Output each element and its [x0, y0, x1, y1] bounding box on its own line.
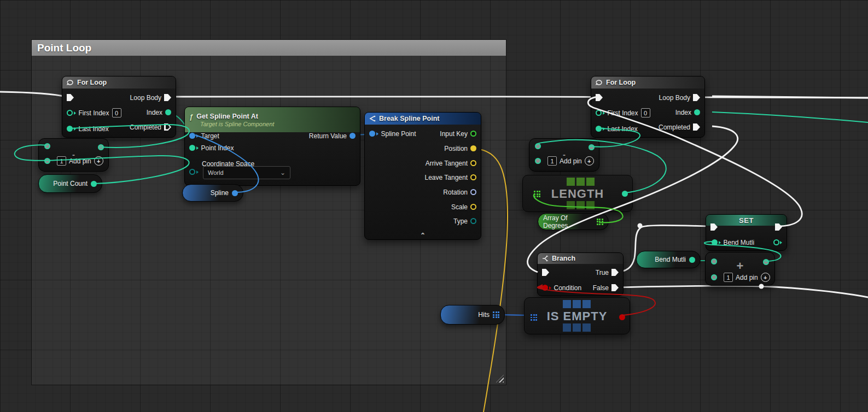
array-stripe: [586, 178, 595, 186]
length-output-pin[interactable]: [622, 191, 628, 197]
array-input-pin[interactable]: [534, 191, 540, 197]
node-break-spline-point[interactable]: Break Spline Point Spline Point Input Ke…: [364, 112, 481, 240]
collapse-chevron-icon[interactable]: ⌃: [365, 233, 481, 238]
coordinate-space-dropdown[interactable]: World ⌄: [203, 166, 290, 179]
bend-mutli-label: Bend Mutli: [655, 256, 686, 263]
completed-pin[interactable]: [164, 123, 171, 131]
add-input-b-pin[interactable]: [711, 274, 717, 280]
first-index-pin[interactable]: [67, 110, 76, 116]
position-pin[interactable]: [470, 145, 476, 151]
node-hits[interactable]: Hits: [440, 305, 505, 325]
rotation-pin[interactable]: [470, 189, 476, 195]
exec-in-pin[interactable]: [710, 223, 718, 231]
index-pin[interactable]: [165, 109, 171, 115]
first-index-value[interactable]: 0: [112, 108, 121, 117]
spline-output-pin[interactable]: [232, 190, 238, 196]
node-subtract-right[interactable]: - 1Add pin+: [529, 138, 599, 172]
leave-tangent-pin[interactable]: [470, 174, 476, 180]
wire-int-index-right: [712, 112, 868, 122]
node-subtract-left[interactable]: - 1Add pin+: [38, 138, 109, 172]
subtract-input-a-pin[interactable]: [44, 143, 50, 149]
exec-out-pin[interactable]: [775, 223, 782, 231]
node-point-count[interactable]: Point Count: [38, 174, 102, 193]
arrive-tangent-pin[interactable]: [470, 160, 476, 166]
subtract-b-value[interactable]: 1: [547, 156, 557, 166]
subtract-output-pin[interactable]: [589, 144, 595, 150]
return-value-pin[interactable]: [349, 133, 356, 139]
node-for-loop-right[interactable]: For Loop Loop Body First Index0 Index La…: [591, 76, 705, 138]
subtract-input-b-pin[interactable]: [535, 158, 541, 164]
node-title: SET: [706, 215, 787, 226]
spline-point-pin[interactable]: [369, 131, 378, 137]
node-for-loop-left[interactable]: For Loop Loop Body First Index0 Index La…: [62, 76, 176, 138]
wire-exec-loopbody-right: [712, 96, 868, 98]
node-spline[interactable]: Spline: [182, 184, 243, 202]
type-label: Type: [453, 217, 468, 225]
node-title: Break Spline Point: [379, 115, 439, 122]
comment-resize-handle[interactable]: [496, 375, 504, 382]
node-array-length[interactable]: LENGTH: [522, 175, 633, 212]
subtract-input-a-pin[interactable]: [535, 143, 541, 149]
return-value-label: Return Value: [309, 132, 347, 140]
point-index-pin[interactable]: [189, 145, 199, 151]
wire-exec-false: [615, 286, 868, 297]
node-array-of-degrees[interactable]: Array Of Degrees: [538, 213, 609, 230]
first-index-value[interactable]: 0: [641, 108, 650, 117]
hits-output-pin[interactable]: [493, 311, 499, 318]
node-set-bend-mutli[interactable]: SET Bend Mutli: [706, 214, 787, 251]
loop-body-label: Loop Body: [659, 94, 690, 102]
comment-title[interactable]: Point Loop: [32, 40, 506, 56]
index-label: Index: [675, 109, 691, 116]
bend-mutli-output-pin[interactable]: [689, 257, 695, 263]
array-stripe: [582, 300, 591, 308]
completed-pin[interactable]: [693, 123, 700, 131]
add-output-pin[interactable]: [763, 259, 769, 265]
blueprint-graph-canvas[interactable]: Point Loop For Loop: [0, 0, 868, 412]
array-stripe: [567, 178, 575, 186]
add-pin-icon[interactable]: +: [94, 156, 103, 166]
array-stripe: [582, 323, 591, 332]
true-pin[interactable]: [611, 269, 619, 276]
false-pin[interactable]: [611, 284, 619, 291]
type-pin[interactable]: [470, 218, 476, 224]
node-branch[interactable]: Branch True Condition False: [537, 252, 624, 296]
last-index-pin[interactable]: [67, 126, 76, 132]
point-count-output-pin[interactable]: [91, 181, 97, 187]
subtract-input-b-pin[interactable]: [44, 158, 50, 164]
node-get-spline-point-at[interactable]: ƒGet Spline Point At Target is Spline Co…: [184, 107, 360, 186]
node-add[interactable]: + 1Add pin+: [705, 252, 775, 286]
bend-mutli-output-pin[interactable]: [773, 239, 783, 245]
index-label: Index: [147, 109, 162, 116]
false-label: False: [593, 284, 609, 292]
input-key-pin[interactable]: [470, 131, 476, 137]
bend-mutli-input-pin[interactable]: [712, 239, 721, 245]
reroute-dot-true-set[interactable]: [638, 223, 643, 228]
subtract-output-pin[interactable]: [98, 144, 104, 150]
condition-pin[interactable]: [542, 285, 551, 291]
add-b-value[interactable]: 1: [724, 273, 733, 282]
scale-pin[interactable]: [470, 204, 476, 210]
array-input-pin[interactable]: [531, 314, 537, 321]
loop-body-pin[interactable]: [164, 94, 171, 101]
exec-in-pin[interactable]: [596, 94, 603, 101]
subtract-b-value[interactable]: 1: [57, 156, 66, 166]
node-array-is-empty[interactable]: IS EMPTY: [524, 297, 630, 334]
exec-in-pin[interactable]: [67, 94, 74, 101]
target-pin[interactable]: [189, 133, 199, 139]
is-empty-output-pin[interactable]: [619, 314, 625, 320]
node-bend-mutli[interactable]: Bend Mutli: [636, 251, 701, 268]
add-pin-icon[interactable]: +: [585, 156, 594, 166]
loop-icon: [595, 79, 603, 86]
loop-body-pin[interactable]: [693, 94, 700, 101]
array-of-degrees-output-pin[interactable]: [597, 219, 603, 225]
add-input-a-pin[interactable]: [711, 258, 717, 264]
coordinate-space-pin[interactable]: [189, 169, 199, 175]
first-index-pin[interactable]: [596, 110, 605, 116]
scale-label: Scale: [451, 203, 468, 211]
last-index-pin[interactable]: [596, 126, 605, 132]
array-of-degrees-label: Array Of Degrees: [543, 214, 593, 229]
true-label: True: [596, 269, 609, 276]
index-pin[interactable]: [694, 109, 700, 115]
exec-in-pin[interactable]: [542, 269, 549, 276]
add-pin-icon[interactable]: +: [761, 273, 770, 282]
